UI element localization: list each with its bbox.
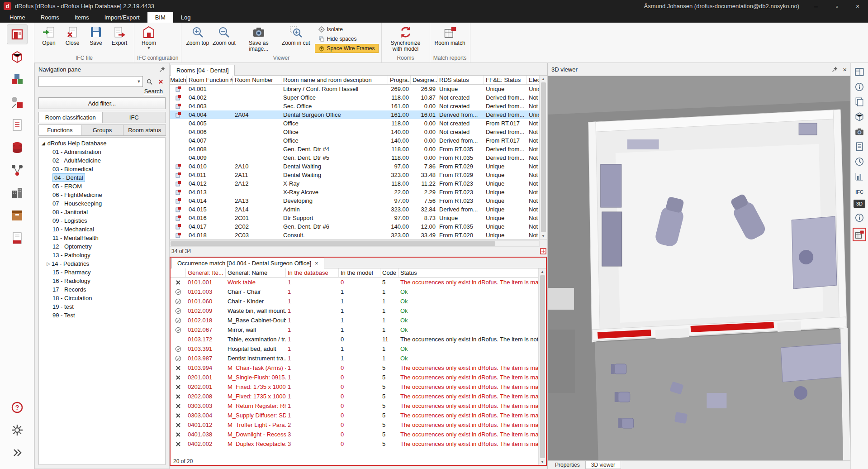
occurrence-row[interactable]: 0303.003M_Return Register: RR...105The o… — [171, 401, 538, 411]
menu-tab-rooms[interactable]: Rooms — [33, 12, 67, 23]
pin-icon[interactable] — [832, 66, 838, 72]
room-row[interactable]: 04.013X-Ray Alcove22.002.29From RT.023Un… — [170, 188, 539, 196]
tree-item-02-adultmedicine[interactable]: 02 - AdultMedicine — [39, 156, 165, 165]
occurrence-row[interactable]: 0103.994M_Chair-Task (Arms) -...105The o… — [171, 363, 538, 373]
close-button[interactable]: × — [847, 0, 868, 12]
components-sidebar-button[interactable] — [7, 92, 28, 112]
hide-spaces-toggle[interactable]: Hide spaces — [315, 34, 379, 43]
tree-item-15-pharmacy[interactable]: 15 - Pharmacy — [39, 268, 165, 277]
add-filter-button[interactable]: Add filter... — [38, 97, 166, 109]
database-sidebar-button[interactable] — [7, 138, 28, 158]
tree-item-17-records[interactable]: 17 - Records — [39, 285, 165, 294]
camera-icon[interactable] — [854, 127, 864, 137]
history-clock-icon[interactable] — [854, 157, 864, 167]
tab-room-classification[interactable]: Room classification — [38, 112, 103, 123]
tree-root[interactable]: ◢dRofus Help Database — [39, 139, 165, 148]
tree-item-01-administration[interactable]: 01 - Administration — [39, 148, 165, 156]
room-row[interactable]: 04.0142A13Developing97.007.56From RT.023… — [170, 196, 539, 205]
tab-room-status[interactable]: Room status — [123, 124, 166, 136]
search-link[interactable]: Search — [144, 88, 163, 95]
room-row[interactable]: 04.0042A04Dental Surgeon Office161.0016.… — [170, 110, 539, 119]
tree-item-04-dental[interactable]: 04 - Dental — [39, 173, 165, 182]
occurrence-row[interactable]: 0102.018M_Base Cabinet-Doub...111Ok — [171, 316, 538, 325]
zoom-top-button[interactable]: Zoom top — [184, 24, 211, 47]
rooms-vertical-scr ollbar[interactable]: ▲ ▼ — [539, 76, 547, 239]
room-row[interactable]: 04.0162C01Dtr Support97.008.73UniqueUniq… — [170, 214, 539, 222]
tree-item-03-biomedical[interactable]: 03 - Biomedical — [39, 165, 165, 173]
column-header-progra[interactable]: Progra... — [388, 76, 411, 84]
column-header-elect[interactable]: Elect... — [527, 76, 539, 84]
isolate-toggle[interactable]: Isolate — [315, 25, 379, 34]
room-match-icon[interactable] — [853, 228, 866, 241]
tree-item-18-circulation[interactable]: 18 - Circulation — [39, 294, 165, 302]
column-header-room-number[interactable]: Room Number — [233, 76, 281, 84]
close-tab-icon[interactable]: × — [315, 260, 318, 266]
tree-item-13-pathology[interactable]: 13 - Pathology — [39, 251, 165, 259]
rooms-sidebar-button[interactable] — [7, 24, 28, 44]
occurrence-row[interactable]: 0103.172Table, examination / tr...1011Th… — [171, 335, 538, 344]
pin-icon[interactable] — [159, 66, 166, 72]
room-row[interactable]: 04.002Super Office118.0010.87Not created… — [170, 93, 539, 102]
room-row[interactable]: 04.0122A12X-Ray118.0011.22From RT.023Uni… — [170, 179, 539, 188]
occurrence-row[interactable]: 0101.003Chair - Chair111Ok — [171, 287, 538, 297]
occurrence-row[interactable]: 0101.001Work table105The occurrences onl… — [171, 278, 538, 287]
tree-item-09-logistics[interactable]: 09 - Logistics — [39, 216, 165, 225]
help-sidebar-button[interactable]: ? — [7, 397, 28, 417]
occurrence-row[interactable]: 0303.004M_Supply Diffuser: SD...105The o… — [171, 411, 538, 420]
tree-item-08-janitorial[interactable]: 08 - Janitorial — [39, 208, 165, 216]
room-row[interactable]: 04.0112A11Dental Waiting323.0033.48From … — [170, 171, 539, 179]
column-header-state[interactable] — [171, 268, 186, 277]
room-row[interactable]: 04.0182C03Consult.323.0033.49From RT.020… — [170, 231, 539, 239]
scroll-down-icon[interactable]: ▼ — [541, 459, 544, 465]
search-input[interactable] — [39, 77, 135, 86]
info-icon[interactable] — [854, 213, 864, 223]
tree-item-11-mentalhealth[interactable]: 11 - MentalHealth — [39, 234, 165, 242]
3d-scene[interactable] — [548, 76, 850, 460]
tree-item-14-pediatrics[interactable]: ▷14 - Pediatrics — [39, 259, 165, 268]
tab-3d-viewer[interactable]: 3D viewer — [585, 461, 621, 469]
scroll-up-icon[interactable]: ▲ — [541, 268, 544, 275]
tree-item-05-erom[interactable]: 05 - EROM — [39, 182, 165, 191]
tree-item-16-radiology[interactable]: 16 - Radiology — [39, 277, 165, 285]
3d-view-button[interactable]: 3D — [854, 200, 865, 208]
room-match-button[interactable]: Room match — [433, 24, 467, 47]
reports-sidebar-button[interactable] — [7, 228, 28, 248]
info-icon[interactable] — [854, 82, 864, 92]
room-row[interactable]: 04.006Office140.000.00Not createdDerived… — [170, 128, 539, 136]
occurrence-row[interactable]: 0102.067Mirror, wall111Ok — [171, 325, 538, 335]
column-header-ff-e-status[interactable]: FF&E: Status — [484, 76, 527, 84]
tab-occurrence-match[interactable]: Occurrence match [04.004 - Dental Surgeo… — [171, 258, 324, 268]
close-panel-icon[interactable]: × — [843, 66, 847, 73]
column-header-room-function[interactable]: Room Function #: — [187, 76, 233, 84]
document-icon[interactable] — [854, 142, 864, 152]
menu-tab-bim[interactable]: BIM — [147, 12, 173, 23]
tab-ifc[interactable]: IFC — [102, 112, 166, 123]
tree-item-12-optometry[interactable]: 12 - Optometry — [39, 242, 165, 251]
room-row[interactable]: 04.007Office140.000.00Derived from...Fro… — [170, 136, 539, 145]
column-header-match[interactable]: Match — [170, 76, 187, 84]
pages-icon[interactable] — [854, 97, 864, 107]
maximize-button[interactable]: ▫ — [826, 0, 847, 12]
documents-sidebar-button[interactable] — [7, 115, 28, 135]
room-row[interactable]: 04.0102A10Dental Waiting97.007.86From RT… — [170, 162, 539, 171]
scroll-down-icon[interactable]: ▼ — [541, 233, 545, 239]
room-row[interactable]: 04.0172C02Gen. Dent. Dtr #6140.0012.00Fr… — [170, 222, 539, 231]
tree-item-07-housekeeping[interactable]: 07 - Housekeeping — [39, 199, 165, 208]
room-button[interactable]: Room▼ — [137, 24, 161, 50]
collapse-icon[interactable]: ◢ — [42, 139, 45, 148]
network-sidebar-button[interactable] — [7, 160, 28, 180]
occurrence-row[interactable]: 0103.987Dentist instrument tra...111Ok — [171, 354, 538, 363]
clear-search-button[interactable] — [156, 77, 166, 86]
minimize-button[interactable]: – — [806, 0, 826, 12]
tab-properties[interactable]: Properties — [550, 461, 585, 469]
scrollbar-thumb[interactable] — [171, 241, 495, 246]
occurrence-row[interactable]: 0402.002M_Duplex Receptacle:...305The oc… — [171, 439, 538, 449]
menu-tab-log[interactable]: Log — [173, 12, 199, 23]
room-row[interactable]: 04.001Library / Conf. Room Hassell269.00… — [170, 85, 539, 93]
menu-tab-items[interactable]: Items — [67, 12, 97, 23]
scrollbar-thumb[interactable] — [541, 82, 546, 232]
occurrence-row[interactable]: 0202.008M_Fixed: 1735 x 1000...105The oc… — [171, 392, 538, 401]
scrollbar-thumb[interactable] — [540, 275, 545, 458]
column-header-code[interactable]: Code — [380, 268, 398, 277]
tab-groups[interactable]: Groups — [81, 124, 124, 136]
